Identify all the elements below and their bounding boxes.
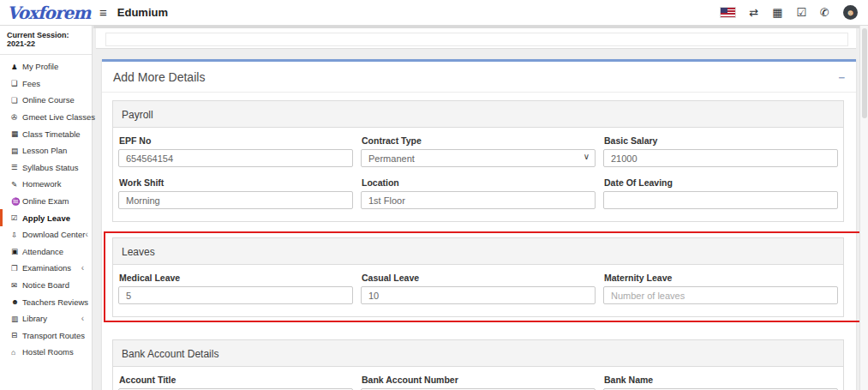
field-epf-no: EPF No [118,135,353,167]
sidebar-item-notice-board[interactable]: ✉ Notice Board [0,277,92,294]
payroll-section-header: Payroll [113,101,843,128]
homework-icon: ✎ [11,180,22,189]
online-exam-icon: ♒ [11,197,22,206]
field-bank-account-number: Bank Account Number [361,375,596,390]
lesson-plan-icon: ▤ [11,147,22,155]
previous-card-bottom [96,28,856,48]
card-header: Add More Details − [102,62,856,93]
location-input[interactable] [361,191,596,209]
envelope-icon: ✉ [11,281,22,290]
leaves-highlight-annotation: Leaves Medical Leave Casual Leave Matern… [104,231,863,322]
sidebar-item-syllabus-status[interactable]: ☰ Syllabus Status [0,159,92,177]
sidebar-item-my-profile[interactable]: ♟ My Profile [0,58,92,75]
flag-canton [721,8,727,13]
bus-icon: ⊟ [11,331,22,339]
brand-logo: Voxforem [7,3,90,23]
vertical-scrollbar[interactable] [859,26,868,390]
main-content: Add More Details − Payroll EPF No Contra… [93,26,868,390]
payroll-fields: EPF No Contract Type Permanent ∨ [113,128,843,221]
field-date-of-leaving: Date Of Leaving [603,177,838,209]
sidebar-item-examinations[interactable]: ❐ Examinations ‹ [0,260,92,277]
card-body: Payroll EPF No Contract Type Permanent [102,93,856,390]
header-actions: ⇄ ▦ ☑ ✆ ☻ [721,5,868,20]
tasks-icon[interactable]: ☑ [796,7,806,18]
sidebar-item-hostel-rooms[interactable]: ⌂ Hostel Rooms [0,344,92,361]
download-icon: ⇩ [11,231,22,239]
top-header: Voxforem ≡ Edumium ⇄ ▦ ☑ ✆ ☻ [0,0,868,26]
previous-card-inner-box [105,33,848,46]
scrollbar-thumb[interactable] [862,28,867,118]
field-contract-type: Contract Type Permanent ∨ [361,135,596,167]
my-profile-icon: ♟ [11,63,22,71]
field-maternity-leave: Maternity Leave [603,273,838,304]
chevron-left-icon: ‹ [85,230,95,239]
basic-salary-input[interactable] [603,149,838,167]
field-account-title: Account Title [118,375,353,390]
timetable-icon: ▦ [11,129,22,138]
video-camera-icon: ✇ [11,113,22,122]
date-of-leaving-input[interactable] [603,191,838,209]
sidebar-item-transport-routes[interactable]: ⊟ Transport Routes [0,327,92,345]
sidebar-item-online-exam[interactable]: ♒ Online Exam [0,193,92,210]
contract-type-select[interactable]: Permanent [361,149,596,167]
field-casual-leave: Casual Leave [361,273,596,304]
field-location: Location [361,177,596,209]
sidebar-item-lesson-plan[interactable]: ▤ Lesson Plan [0,142,92,159]
work-shift-input[interactable] [118,191,353,209]
bank-account-section-header: Bank Account Details [113,340,843,367]
field-bank-name: Bank Name [603,375,838,390]
leaves-section-header: Leaves [113,238,843,265]
apply-leave-check-icon: ☑ [11,213,22,222]
payroll-section: Payroll EPF No Contract Type Permanent [112,100,844,222]
chevron-left-icon: ‹ [81,314,92,323]
sidebar-item-teachers-reviews[interactable]: ☻ Teachers Reviews [0,293,92,310]
sidebar-item-download-center[interactable]: ⇩ Download Center ‹ [0,226,92,243]
sidebar: Current Session: 2021-22 ♟ My Profile ❑ … [0,26,93,390]
hamburger-menu-icon[interactable]: ≡ [99,5,107,20]
sidebar-item-online-course[interactable]: ❏ Online Course [0,92,92,109]
sidebar-item-fees[interactable]: ❑ Fees [0,75,92,93]
leaves-section: Leaves Medical Leave Casual Leave Matern… [112,237,844,317]
library-book-icon: ▥ [11,315,22,323]
bank-account-fields: Account Title Bank Account Number Bank N… [113,367,843,390]
medical-leave-input[interactable] [118,286,353,304]
chevron-left-icon: ‹ [81,263,92,273]
fees-icon: ❑ [11,79,22,87]
sidebar-item-attendance[interactable]: ▣ Attendance [0,243,92,261]
online-course-icon: ❏ [11,96,22,105]
syllabus-list-icon: ☰ [11,163,22,171]
bank-account-section: Bank Account Details Account Title Bank … [112,339,844,390]
app-title: Edumium [117,6,168,19]
contract-type-select-wrap: Permanent ∨ [361,149,596,167]
sidebar-nav: ♟ My Profile ❑ Fees ❏ Online Course ✇ Gm… [0,55,92,361]
examinations-icon: ❐ [11,264,22,273]
attendance-icon: ▣ [11,247,22,255]
field-medical-leave: Medical Leave [118,273,353,304]
card-title: Add More Details [113,70,205,84]
teacher-icon: ☻ [11,297,22,306]
user-avatar[interactable]: ☻ [843,5,858,20]
swap-icon[interactable]: ⇄ [749,7,758,18]
sidebar-item-class-timetable[interactable]: ▦ Class Timetable [0,125,92,142]
field-work-shift: Work Shift [118,177,353,209]
field-basic-salary: Basic Salary [603,135,838,167]
sidebar-item-apply-leave[interactable]: ☑ Apply Leave [0,209,92,226]
building-icon: ⌂ [11,348,22,357]
sidebar-item-gmeet-live-classes[interactable]: ✇ Gmeet Live Classes [0,109,92,126]
add-more-details-card: Add More Details − Payroll EPF No Contra… [102,59,856,390]
current-session-label: Current Session: 2021-22 [0,26,92,55]
calendar-icon[interactable]: ▦ [772,7,782,18]
sidebar-item-homework[interactable]: ✎ Homework [0,176,92,193]
sidebar-item-library[interactable]: ▥ Library ‹ [0,310,92,327]
maternity-leave-input[interactable] [603,286,838,304]
logo-area: Voxforem [0,1,93,25]
collapse-card-button[interactable]: − [838,72,845,83]
whatsapp-icon[interactable]: ✆ [820,7,829,18]
us-flag-icon[interactable] [721,8,735,17]
casual-leave-input[interactable] [361,286,596,304]
epf-no-input[interactable] [118,149,353,167]
leaves-fields: Medical Leave Casual Leave Maternity Lea… [113,265,843,316]
